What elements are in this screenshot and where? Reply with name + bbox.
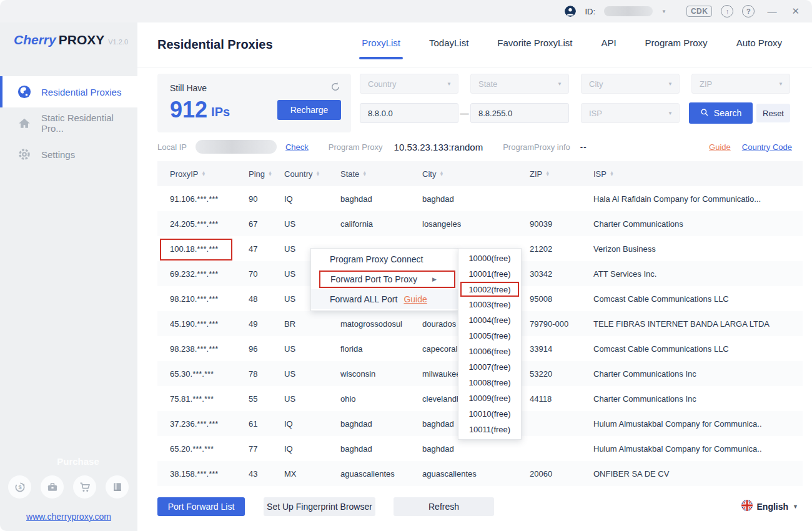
port-option[interactable]: 10001(free) bbox=[458, 266, 521, 282]
port-option[interactable]: 10003(free) bbox=[458, 297, 521, 312]
sidebar-bottom: Purchase $ www.cherryproxy.com bbox=[0, 456, 137, 522]
recharge-button[interactable]: Recharge bbox=[277, 100, 341, 120]
sort-icon[interactable]: ▲▼ bbox=[545, 171, 550, 176]
column-header[interactable]: ZIP ▲▼ bbox=[530, 169, 593, 179]
cell-state: baghdad bbox=[340, 444, 422, 454]
port-option[interactable]: 10011(free) bbox=[458, 422, 521, 437]
ip-range-to-input[interactable] bbox=[470, 103, 569, 123]
minimize-button[interactable]: — bbox=[767, 6, 776, 17]
tab[interactable]: Program Proxy bbox=[645, 37, 708, 52]
city-select[interactable]: City▼ bbox=[581, 74, 680, 94]
account-caret-icon[interactable]: ▼ bbox=[661, 9, 666, 14]
close-button[interactable]: ✕ bbox=[791, 6, 800, 17]
sidebar-item-static-residential[interactable]: Static Residential Pro... bbox=[0, 107, 137, 139]
column-header[interactable]: Ping ▲▼ bbox=[249, 169, 284, 179]
column-label: ISP bbox=[593, 169, 607, 179]
column-header[interactable]: State ▲▼ bbox=[340, 169, 422, 179]
sort-icon[interactable]: ▲▼ bbox=[268, 171, 272, 176]
tab[interactable]: Favorite ProxyList bbox=[497, 37, 572, 52]
column-header[interactable]: ProxyIP ▲▼ bbox=[170, 169, 249, 179]
table-row[interactable]: 65.20.***.*** 77 IQ baghdad baghdad Hulu… bbox=[157, 436, 803, 461]
help-icon[interactable]: ? bbox=[742, 5, 755, 17]
port-option[interactable]: 10000(free) bbox=[458, 251, 521, 266]
cell-ping: 70 bbox=[249, 269, 284, 279]
money-back-icon[interactable]: $ bbox=[8, 475, 31, 499]
table-row[interactable]: 24.205.***.*** 67 US california losangel… bbox=[157, 211, 803, 236]
sort-icon[interactable]: ▲▼ bbox=[316, 171, 320, 176]
sort-icon[interactable]: ▲▼ bbox=[362, 171, 367, 176]
port-option[interactable]: 10009(free) bbox=[458, 390, 521, 406]
reset-button[interactable]: Reset bbox=[756, 104, 790, 122]
account-avatar-icon[interactable] bbox=[565, 6, 576, 17]
sidebar-item-residential-proxies[interactable]: Residential Proxies bbox=[0, 76, 137, 107]
country-code-link[interactable]: Country Code bbox=[742, 142, 792, 152]
cart-icon[interactable] bbox=[73, 475, 96, 499]
briefcase-icon[interactable] bbox=[41, 475, 64, 499]
tab[interactable]: TodayList bbox=[429, 37, 468, 52]
cell-isp: ATT Services Inc. bbox=[593, 269, 803, 279]
sidebar-item-settings[interactable]: Settings bbox=[0, 139, 137, 170]
cell-state: baghdad bbox=[340, 194, 422, 204]
cell-isp: Charter Communications Inc bbox=[593, 369, 803, 379]
refresh-button[interactable]: Refresh bbox=[394, 497, 494, 516]
table-row[interactable]: 38.158.***.*** 43 MX aguascalientes agua… bbox=[157, 461, 803, 486]
cell-state: wisconsin bbox=[340, 369, 422, 379]
cell-isp: Comcast Cable Communications LLC bbox=[593, 344, 803, 354]
cell-zip: 30342 bbox=[530, 269, 593, 279]
language-selector[interactable]: English ▼ bbox=[741, 500, 798, 514]
sidebar-nav: Residential Proxies Static Residential P… bbox=[0, 76, 137, 170]
column-header[interactable]: ISP ▲▼ bbox=[593, 169, 803, 179]
sort-icon[interactable]: ▲▼ bbox=[610, 171, 614, 176]
cdk-button[interactable]: CDK bbox=[686, 6, 713, 17]
tab[interactable]: ProxyList bbox=[362, 37, 400, 52]
port-forward-list-button[interactable]: Port Forward List bbox=[157, 497, 245, 516]
tab[interactable]: Auto Proxy bbox=[736, 37, 782, 52]
cell-country: US bbox=[284, 369, 340, 379]
ip-range-from-input[interactable] bbox=[360, 103, 458, 123]
column-label: ProxyIP bbox=[170, 169, 199, 179]
menu-item-forward-port-to-proxy[interactable]: Forward Port To Proxy ▶ bbox=[319, 270, 455, 288]
cell-proxy-ip: 24.205.***.*** bbox=[170, 219, 249, 229]
port-option[interactable]: 10008(free) bbox=[458, 375, 521, 390]
port-option[interactable]: 10005(free) bbox=[458, 328, 521, 344]
tab[interactable]: API bbox=[601, 37, 616, 52]
column-header[interactable]: Country ▲▼ bbox=[284, 169, 340, 179]
cell-city: baghdad bbox=[422, 444, 530, 454]
cell-ping: 48 bbox=[249, 294, 284, 304]
port-option[interactable]: 10007(free) bbox=[458, 359, 521, 375]
website-link[interactable]: www.cherryproxy.com bbox=[26, 512, 111, 522]
search-button[interactable]: Search bbox=[689, 102, 753, 124]
zip-select[interactable]: ZIP▼ bbox=[691, 74, 790, 94]
sort-icon[interactable]: ▲▼ bbox=[202, 171, 206, 176]
column-header[interactable]: City ▲▼ bbox=[422, 169, 530, 179]
cell-ping: 43 bbox=[249, 469, 284, 479]
manual-icon[interactable] bbox=[106, 475, 129, 499]
cell-country: BR bbox=[284, 319, 340, 329]
port-option[interactable]: 10004(free) bbox=[458, 312, 521, 328]
cell-zip: 79790-000 bbox=[530, 319, 593, 329]
cell-isp: Charter Communications bbox=[593, 219, 803, 229]
menu-item-forward-all-port[interactable]: Forward ALL Port Guide bbox=[311, 289, 458, 309]
upload-icon[interactable]: ↑ bbox=[721, 5, 733, 17]
fingerprint-browser-button[interactable]: Set Up Fingerprint Browser bbox=[264, 497, 375, 516]
menu-item-program-proxy-connect[interactable]: Program Proxy Connect bbox=[311, 249, 458, 270]
state-select[interactable]: State▼ bbox=[470, 74, 569, 94]
check-link[interactable]: Check bbox=[285, 142, 309, 152]
column-label: Ping bbox=[249, 169, 265, 179]
isp-select[interactable]: ISP▼ bbox=[581, 103, 680, 123]
chevron-down-icon: ▼ bbox=[668, 81, 673, 87]
home-icon bbox=[17, 116, 31, 130]
sort-icon[interactable]: ▲▼ bbox=[439, 171, 443, 176]
menu-guide-link[interactable]: Guide bbox=[404, 294, 427, 304]
refresh-balance-icon[interactable] bbox=[330, 81, 341, 92]
port-option[interactable]: 10010(free) bbox=[458, 406, 521, 422]
guide-link[interactable]: Guide bbox=[709, 142, 731, 152]
country-select[interactable]: Country▼ bbox=[360, 74, 458, 94]
country-placeholder: Country bbox=[368, 79, 397, 89]
logo-proxy: PROXY bbox=[59, 32, 105, 47]
cell-state: aguascalientes bbox=[340, 469, 422, 479]
port-option[interactable]: 10006(free) bbox=[458, 344, 521, 359]
id-label: ID: bbox=[585, 7, 595, 16]
port-option[interactable]: 10002(free) bbox=[460, 282, 519, 297]
table-row[interactable]: 91.106.***.*** 90 IQ baghdad baghdad Hal… bbox=[157, 186, 803, 211]
